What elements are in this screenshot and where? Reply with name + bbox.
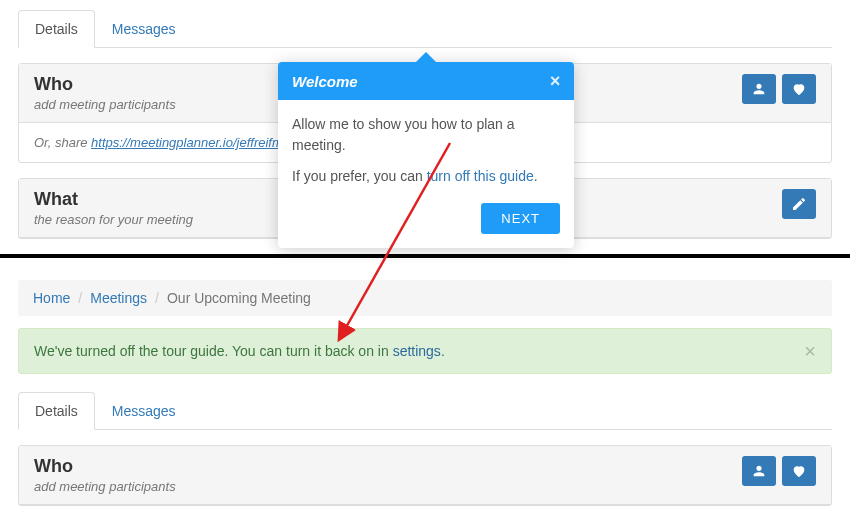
tab-details[interactable]: Details [18,10,95,48]
welcome-popover: Welcome × Allow me to show you how to pl… [278,62,574,248]
alert-text-suffix: . [441,343,445,359]
tab-messages-bottom[interactable]: Messages [95,392,193,430]
pencil-icon [791,196,807,212]
bottom-section: Home / Meetings / Our Upcoming Meeting W… [0,258,850,506]
tab-details-bottom[interactable]: Details [18,392,95,430]
who-title: Who [34,74,176,95]
popover-line2-prefix: If you prefer, you can [292,168,427,184]
favorite-button-bottom[interactable] [782,456,816,486]
what-subtitle: the reason for your meeting [34,212,193,227]
person-icon [751,463,767,479]
share-prefix: Or, share [34,135,91,150]
alert-text-prefix: We've turned off the tour guide. You can… [34,343,393,359]
who-subtitle: add meeting participants [34,97,176,112]
popover-line2-suffix: . [534,168,538,184]
alert-close-button[interactable]: × [804,341,816,361]
favorite-button[interactable] [782,74,816,104]
tabs-bottom: Details Messages [18,392,832,430]
breadcrumb-sep: / [155,290,159,306]
heart-icon [791,463,807,479]
tab-messages[interactable]: Messages [95,10,193,48]
popover-arrow [416,52,436,62]
add-participant-button[interactable] [742,74,776,104]
breadcrumb: Home / Meetings / Our Upcoming Meeting [18,280,832,316]
popover-close-button[interactable]: × [549,72,560,90]
who-panel-bottom: Who add meeting participants [18,445,832,506]
what-title: What [34,189,193,210]
breadcrumb-meetings[interactable]: Meetings [90,290,147,306]
who-subtitle-bottom: add meeting participants [34,479,176,494]
tabs-top: Details Messages [18,10,832,48]
person-icon [751,81,767,97]
popover-line1: Allow me to show you how to plan a meeti… [292,114,560,156]
heart-icon [791,81,807,97]
who-title-bottom: Who [34,456,176,477]
breadcrumb-home[interactable]: Home [33,290,70,306]
next-button[interactable]: NEXT [481,203,560,234]
success-alert: We've turned off the tour guide. You can… [18,328,832,374]
alert-settings-link[interactable]: settings [393,343,441,359]
breadcrumb-current: Our Upcoming Meeting [167,290,311,306]
edit-what-button[interactable] [782,189,816,219]
add-participant-button-bottom[interactable] [742,456,776,486]
popover-title: Welcome [292,73,358,90]
turn-off-guide-link[interactable]: turn off this guide [427,168,534,184]
breadcrumb-sep: / [78,290,82,306]
top-section: Details Messages Who add meeting partici… [0,0,850,239]
